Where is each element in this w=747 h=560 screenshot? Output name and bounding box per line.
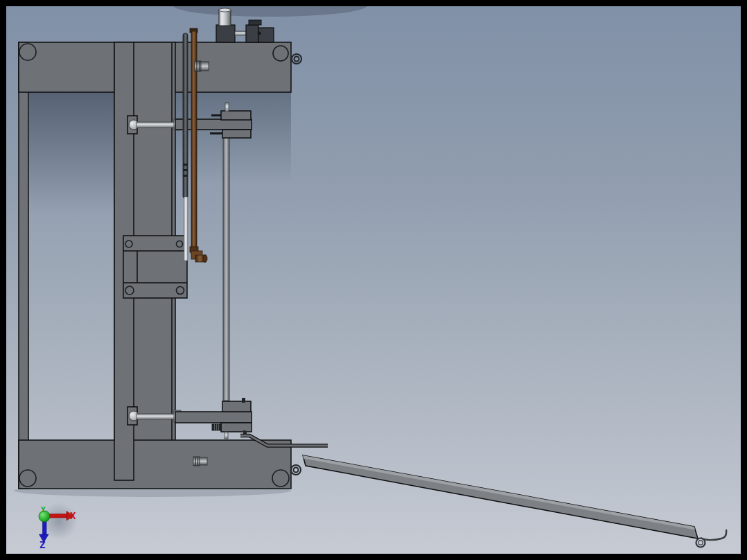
cad-viewport[interactable]: Y X Z [0,0,747,560]
upper-tab-bottom [210,132,223,134]
bottom-plate[interactable] [19,440,291,489]
dark-rod-rib-2 [183,169,188,171]
upper-guide-pin [225,103,229,112]
lift-rod[interactable] [223,137,229,401]
top-knob-ribs [195,61,201,71]
x-axis-label: X [70,510,76,521]
lower-guide-block-bottom[interactable] [221,423,252,432]
top-knob-body[interactable] [201,62,209,71]
carriage-plate[interactable] [123,236,187,298]
z-axis-label: Z [39,539,45,550]
dark-guide-rod[interactable] [183,33,188,198]
motor-block-middle[interactable] [246,25,258,42]
y-axis-label: Y [41,505,46,514]
x-axis-shaft[interactable] [49,514,67,518]
motor-block-right[interactable] [258,28,274,42]
motor-cylinder[interactable] [219,10,231,26]
motor-shaft-dot [258,32,261,35]
frame-opening-shadow-left [29,92,114,213]
motor-block-left[interactable] [216,25,235,42]
upper-screw-shaft[interactable] [137,122,175,128]
upper-guide-block-bottom[interactable] [222,130,251,138]
z-axis-shaft[interactable] [43,520,47,534]
cad-viewer-window: Y X Z [0,0,747,560]
motor-coupling-shaft [235,31,246,35]
dark-rod-rib-1 [183,164,188,166]
lower-block-pin-top [242,398,245,403]
upper-guide-block-top[interactable] [221,111,251,120]
lower-screw-shaft[interactable] [137,414,175,419]
left-upright[interactable] [19,42,28,489]
bottom-knob-ribs [193,457,200,466]
bottom-knob-body[interactable] [200,457,207,465]
lower-pin-left [225,432,228,439]
motor-top-cap [249,20,261,25]
motor-cylinder-cap [219,8,231,12]
lower-guide-block-top[interactable] [222,401,251,412]
dark-rod-rib-3 [183,175,188,177]
copper-elbow-end [203,255,207,263]
light-plunger-rod[interactable] [184,197,188,261]
lower-arm-plate[interactable] [175,412,252,423]
